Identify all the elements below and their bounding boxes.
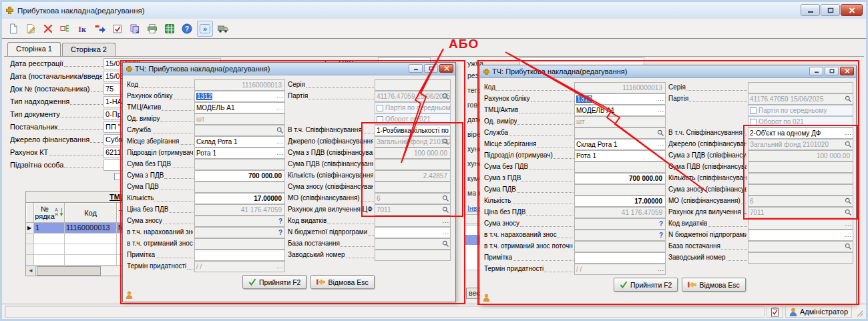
cf-withdrawal-account-field[interactable]: 7011 (375, 204, 451, 216)
cofinance-sum-with-vat-field[interactable]: 100 000.00 (748, 150, 853, 162)
turnover-021-checkbox[interactable] (377, 116, 383, 123)
cancel-button[interactable]: Відмова Esc (310, 275, 374, 289)
sum-vat-field[interactable] (194, 182, 285, 193)
tab-storinka-1[interactable]: Сторінка 1 (7, 42, 61, 57)
ellipsis-button[interactable]: ... (276, 91, 284, 101)
accept-button[interactable]: Прийняти F2 (614, 278, 678, 292)
question-icon[interactable]: ? (659, 219, 663, 229)
quantity-field[interactable]: 17.00000 (574, 196, 666, 207)
sum-without-vat-field[interactable] (574, 162, 666, 173)
export-excel-icon[interactable] (162, 21, 177, 36)
copy-document-icon[interactable] (128, 21, 142, 36)
budget-subprogram-field[interactable]: ... (748, 230, 853, 241)
series-field[interactable] (748, 82, 853, 93)
close-button[interactable] (841, 4, 863, 16)
sum-with-vat-field[interactable]: 700 000.00 (194, 170, 285, 182)
wear-received-current-field[interactable] (574, 241, 666, 252)
account-field[interactable]: 1312... (574, 93, 666, 105)
price-without-vat-field[interactable]: 41 176.47059 (574, 207, 666, 218)
more-actions-icon[interactable]: » (197, 21, 213, 37)
sort-az-icon[interactable]: АЯ (55, 207, 63, 218)
cofinance-quantity-field[interactable] (748, 173, 853, 184)
wear-sum-field[interactable]: ? (194, 216, 285, 227)
ellipsis-button[interactable]: ... (276, 148, 284, 158)
item-field[interactable]: МОДЕЛЬ А1... (574, 105, 666, 116)
lookup-icon[interactable] (845, 94, 852, 104)
batch-field[interactable]: 41176.47059 15/06/2025 (748, 93, 853, 105)
question-icon[interactable]: ? (278, 228, 282, 238)
lookup-icon[interactable] (442, 239, 449, 249)
ellipsis-button[interactable]: ... (657, 105, 664, 115)
budget-subprogram-field[interactable]: ... (375, 227, 451, 238)
delete-document-icon[interactable] (41, 21, 55, 36)
cofinance-mode-field[interactable]: 2-Об'єкт на одному ДФ... (748, 127, 853, 139)
ellipsis-button[interactable]: ... (657, 139, 664, 149)
factory-number-field[interactable] (748, 252, 853, 264)
ellipsis-button[interactable]: ... (657, 151, 664, 161)
storage-place-field[interactable]: Склад Рота 1... (194, 136, 285, 147)
ellipsis-button[interactable]: ... (845, 230, 852, 240)
cofinance-sum-with-vat-field[interactable]: 100 000.00 (375, 147, 451, 159)
expense-code-field[interactable]: ... (375, 216, 451, 227)
lookup-icon[interactable] (845, 139, 852, 149)
account-field[interactable]: 1312... (194, 91, 285, 102)
ellipsis-button[interactable]: ... (657, 94, 664, 104)
expiry-date-field[interactable]: / /... (194, 261, 285, 272)
ellipsis-button[interactable]: ... (442, 216, 449, 226)
accept-button[interactable]: Прийняти F2 (242, 275, 306, 289)
lookup-icon[interactable] (442, 91, 449, 101)
cofinance-mode-field[interactable]: 1-Розбивка кількості по ДФ... (375, 125, 451, 136)
turnover-021-checkbox[interactable] (750, 119, 756, 125)
dialog-minimize-button[interactable] (809, 67, 823, 75)
structure-icon[interactable] (58, 21, 73, 36)
series-field[interactable] (375, 79, 451, 91)
note-field[interactable] (574, 252, 666, 264)
department-receiver-field[interactable]: Рота 1... (194, 147, 285, 159)
batch-field[interactable]: 41176.47059 15/06/2025 (375, 91, 451, 102)
cofinance-wear-sum-field[interactable] (748, 184, 853, 196)
cofinance-wear-sum-field[interactable] (375, 182, 451, 193)
restore-button[interactable] (821, 4, 840, 16)
code-field[interactable]: 11160000013 (574, 82, 666, 93)
ellipsis-button[interactable]: ... (657, 264, 664, 274)
lookup-icon[interactable] (845, 196, 852, 206)
dialog-minimize-button[interactable] (409, 64, 423, 73)
print-icon[interactable] (145, 21, 160, 36)
supply-base-field[interactable] (748, 241, 853, 252)
sum-vat-field[interactable] (574, 184, 666, 196)
scrollbar-thumb[interactable] (37, 266, 101, 276)
item-field[interactable]: МОДЕЛЬ А1... (194, 102, 285, 113)
sum-with-vat-field[interactable]: 700 000.00 (574, 173, 666, 184)
wear-received-current-field[interactable] (194, 238, 285, 250)
lookup-icon[interactable] (845, 208, 852, 218)
storage-place-field[interactable]: Склад Рота 1... (574, 139, 666, 150)
batch-by-average-checkbox[interactable] (750, 107, 756, 114)
unit-field[interactable]: шт (574, 116, 666, 127)
service-field[interactable] (574, 127, 666, 139)
cofinance-mo-field[interactable]: 6 (375, 193, 451, 204)
wear-accrued-field[interactable]: ? (574, 230, 666, 241)
lookup-icon[interactable] (276, 125, 284, 135)
note-field[interactable] (194, 250, 285, 261)
cofinance-source-field[interactable]: Загальний фонд 2101020 (748, 139, 853, 150)
expiry-date-field[interactable]: / /... (574, 264, 666, 275)
question-icon[interactable]: ? (278, 216, 282, 226)
cofinance-quantity-field[interactable]: 2.42857 (375, 170, 451, 182)
currency-rate-icon[interactable]: Iк (75, 21, 90, 36)
cofinance-sum-vat-field[interactable] (375, 159, 451, 170)
dialog-restore-button[interactable] (825, 67, 839, 75)
unit-field[interactable]: шт (194, 113, 285, 125)
wear-accrued-field[interactable]: ? (194, 227, 285, 238)
dialog-restore-button[interactable] (424, 64, 438, 73)
clipboard-indicator[interactable] (767, 306, 783, 318)
ellipsis-button[interactable]: ... (276, 262, 284, 272)
column-header-row-no[interactable]: №рядкаАЯ (34, 203, 65, 223)
cofinance-sum-vat-field[interactable] (748, 162, 853, 173)
lookup-icon[interactable] (442, 194, 449, 204)
question-icon[interactable]: ? (659, 230, 663, 240)
column-header-code[interactable]: Код (65, 203, 117, 223)
expense-code-field[interactable]: ... (748, 218, 853, 230)
lookup-icon[interactable] (442, 137, 449, 147)
lookup-icon[interactable] (845, 242, 852, 252)
cofinance-mo-field[interactable]: 6 (748, 196, 853, 207)
